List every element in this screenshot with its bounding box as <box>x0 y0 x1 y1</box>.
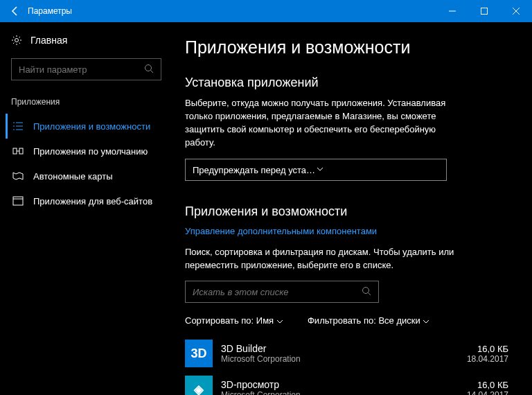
website-apps-icon <box>12 195 24 207</box>
manage-optional-features-link[interactable]: Управление дополнительными компонентами <box>185 226 514 236</box>
app-list-search[interactable] <box>185 281 379 303</box>
svg-line-19 <box>369 292 371 295</box>
svg-rect-14 <box>19 148 23 154</box>
svg-point-18 <box>363 287 369 293</box>
home-link[interactable]: Главная <box>11 35 161 46</box>
sort-label: Сортировать по: <box>185 315 256 326</box>
page-title: Приложения и возможности <box>185 37 514 58</box>
window-controls <box>436 0 532 22</box>
defaults-icon <box>12 146 24 157</box>
sidebar-section-label: Приложения <box>11 97 161 107</box>
window-title: Параметры <box>28 6 72 16</box>
app-list: 3D 3D Builder Microsoft Corporation 16,0… <box>185 335 514 395</box>
app-list-search-input[interactable] <box>193 287 362 297</box>
sidebar-item-label: Автономные карты <box>33 171 113 182</box>
back-button[interactable] <box>6 1 25 21</box>
maximize-button[interactable] <box>468 0 500 22</box>
filter-dropdown[interactable]: Все диски <box>378 315 429 326</box>
close-button[interactable] <box>500 0 532 22</box>
sidebar-item-apps-features[interactable]: Приложения и возможности <box>6 114 161 139</box>
app-publisher: Microsoft Corporation <box>221 390 301 395</box>
home-label: Главная <box>30 35 67 46</box>
content-area: Приложения и возможности Установка прило… <box>170 22 532 395</box>
search-icon <box>144 64 154 76</box>
settings-search-input[interactable] <box>19 64 144 75</box>
dropdown-value: Предупреждать перед установкой приложени… <box>193 165 316 175</box>
search-icon <box>362 286 371 298</box>
app-name: 3D-просмотр <box>221 379 301 390</box>
sidebar-item-default-apps[interactable]: Приложения по умолчанию <box>11 139 161 164</box>
svg-rect-16 <box>13 197 23 205</box>
minimize-button[interactable] <box>436 0 468 22</box>
filter-label: Фильтровать по: <box>308 315 378 326</box>
install-apps-heading: Установка приложений <box>185 76 514 90</box>
list-filters: Сортировать по: Имя Фильтровать по: Все … <box>185 315 514 326</box>
app-date: 18.04.2017 <box>467 354 508 364</box>
sidebar-item-offline-maps[interactable]: Автономные карты <box>11 164 161 188</box>
svg-point-4 <box>15 39 19 42</box>
app-publisher: Microsoft Corporation <box>221 354 301 364</box>
app-date: 14.04.2017 <box>467 390 508 395</box>
apps-features-heading: Приложения и возможности <box>185 204 514 219</box>
app-size: 16,0 КБ <box>467 380 508 390</box>
install-apps-description: Выберите, откуда можно получать приложен… <box>185 97 462 149</box>
map-icon <box>12 170 24 182</box>
sidebar-item-label: Приложения и возможности <box>33 121 150 132</box>
install-source-dropdown[interactable]: Предупреждать перед установкой приложени… <box>185 159 447 181</box>
svg-rect-1 <box>481 8 488 15</box>
app-size: 16,0 КБ <box>467 344 508 354</box>
app-icon: 3D <box>185 340 213 367</box>
sort-dropdown[interactable]: Имя <box>256 315 283 326</box>
sidebar: Главная Приложения Приложения и возможно… <box>0 22 170 395</box>
titlebar: Параметры <box>0 0 532 22</box>
app-row[interactable]: ◈ 3D-просмотр Microsoft Corporation 16,0… <box>185 371 514 395</box>
app-name: 3D Builder <box>221 343 301 354</box>
app-row[interactable]: 3D 3D Builder Microsoft Corporation 16,0… <box>185 335 514 371</box>
sidebar-item-label: Приложения по умолчанию <box>33 146 148 157</box>
sidebar-item-label: Приложения для веб-сайтов <box>33 196 152 207</box>
svg-rect-13 <box>13 148 17 154</box>
sidebar-item-web-apps[interactable]: Приложения для веб-сайтов <box>11 188 161 213</box>
svg-point-5 <box>145 64 152 71</box>
chevron-down-icon <box>316 165 439 175</box>
app-icon: ◈ <box>185 376 213 395</box>
apps-description: Поиск, сортировка и фильтрация по дискам… <box>185 246 462 272</box>
gear-icon <box>11 35 22 46</box>
settings-search[interactable] <box>11 58 161 80</box>
list-icon <box>12 121 24 132</box>
svg-line-6 <box>151 70 154 73</box>
